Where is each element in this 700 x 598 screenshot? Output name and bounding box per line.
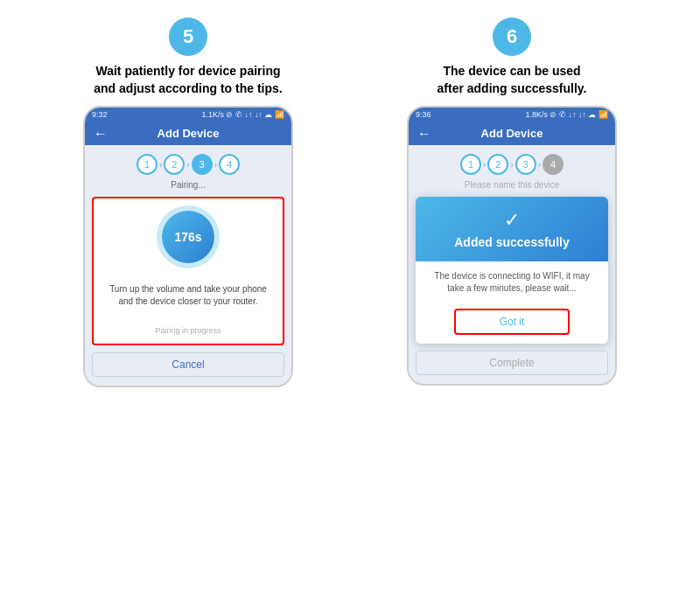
- complete-button[interactable]: Complete: [416, 351, 608, 375]
- arrow3: ›: [214, 160, 217, 170]
- step-indicators-right: 1 › 2 › 3 › 4: [460, 154, 564, 175]
- step-indicators-left: 1 › 2 › 3 › 4: [136, 154, 240, 175]
- pairing-instruction: Turn up the volume and take your phone a…: [102, 283, 274, 308]
- pairing-label: Pairing...: [171, 180, 205, 190]
- modal-header: ✓ Added successfully: [416, 197, 608, 261]
- phone-body-right: 1 › 2 › 3 › 4 Please name this device ✓ …: [409, 145, 615, 384]
- arrow-r3: ›: [538, 160, 541, 170]
- arrow-r1: ›: [483, 160, 486, 170]
- step5-circle: 5: [169, 17, 207, 56]
- pairing-progress: Pairing in progress: [155, 326, 220, 335]
- back-arrow-right[interactable]: ←: [417, 126, 431, 142]
- status-bar-left: 9:32 1.1K/s ⊘ ✆ ↓↑ ↓↑ ☁ 📶: [85, 108, 291, 122]
- status-icons-left: 1.1K/s ⊘ ✆ ↓↑ ↓↑ ☁ 📶: [201, 110, 284, 119]
- step5-title: Wait patiently for device pairingand adj…: [94, 63, 282, 97]
- step-dot-2: 2: [164, 154, 185, 175]
- countdown-circle: 176s: [162, 211, 214, 263]
- step6-title: The device can be usedafter adding succe…: [438, 63, 587, 97]
- step-dot-r4: 4: [542, 154, 564, 175]
- pairing-box: 176s Turn up the volume and take your ph…: [92, 197, 284, 345]
- nav-bar-left: ← Add Device: [85, 122, 291, 145]
- phone-left: 9:32 1.1K/s ⊘ ✆ ↓↑ ↓↑ ☁ 📶 ← Add Device 1…: [83, 106, 293, 387]
- nav-bar-right: ← Add Device: [409, 122, 615, 145]
- arrow1: ›: [159, 160, 162, 170]
- arrow-r2: ›: [510, 160, 513, 170]
- success-modal: ✓ Added successfully The device is conne…: [416, 197, 608, 344]
- panel-step6: 6 The device can be usedafter adding suc…: [363, 17, 661, 387]
- cancel-button[interactable]: Cancel: [92, 352, 284, 377]
- step-dot-r2: 2: [487, 154, 508, 175]
- step-dot-r3: 3: [515, 154, 536, 175]
- phone-right: 9:36 1.8K/s ⊘ ✆ ↓↑ ↓↑ ☁ 📶 ← Add Device 1…: [407, 106, 617, 386]
- success-label: Added successfully: [454, 235, 570, 249]
- status-bar-right: 9:36 1.8K/s ⊘ ✆ ↓↑ ↓↑ ☁ 📶: [409, 108, 615, 122]
- back-arrow-left[interactable]: ←: [94, 126, 108, 142]
- modal-body: The device is connecting to WIFI, it may…: [416, 261, 608, 303]
- phone-body-left: 1 › 2 › 3 › 4 Pairing... 176s Turn up th…: [85, 145, 291, 386]
- please-name-label: Please name this device: [465, 180, 559, 190]
- step-dot-r1: 1: [460, 154, 481, 175]
- step-dot-1: 1: [136, 154, 158, 175]
- checkmark-icon: ✓: [504, 209, 520, 232]
- step-dot-4: 4: [219, 154, 240, 175]
- status-icons-right: 1.8K/s ⊘ ✆ ↓↑ ↓↑ ☁ 📶: [525, 110, 608, 119]
- modal-footer: Got it: [416, 303, 608, 344]
- arrow2: ›: [186, 160, 189, 170]
- step-dot-3: 3: [192, 154, 213, 175]
- step6-circle: 6: [493, 17, 531, 56]
- panel-step5: 5 Wait patiently for device pairingand a…: [39, 17, 337, 387]
- got-it-button[interactable]: Got it: [454, 309, 570, 335]
